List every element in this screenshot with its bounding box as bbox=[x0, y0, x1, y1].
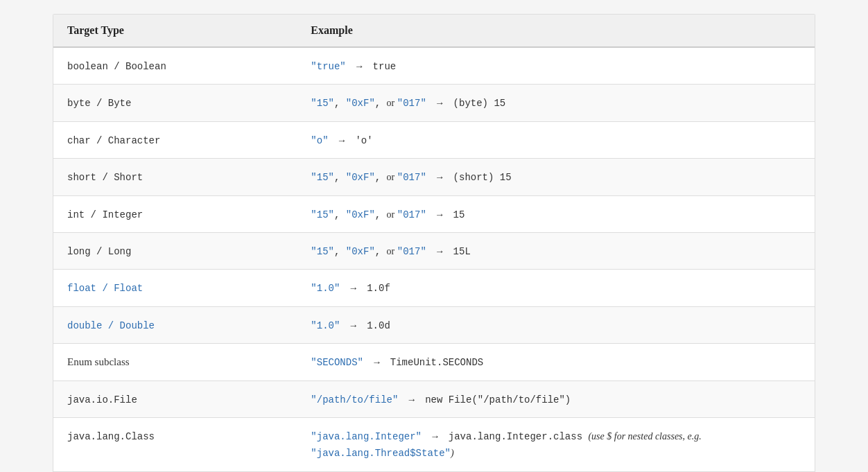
table-row: short / Short "15", "0xF", or "017" → (s… bbox=[53, 159, 815, 195]
example-content: "15", "0xF", or "017" → 15 bbox=[311, 209, 465, 220]
example-cell: "15", "0xF", or "017" → (short) 15 bbox=[297, 159, 815, 195]
type-label: java.io.File bbox=[67, 394, 137, 405]
type-cell: short / Short bbox=[53, 159, 297, 195]
type-label: long / Long bbox=[67, 246, 131, 257]
example-cell: "15", "0xF", or "017" → 15 bbox=[297, 195, 815, 232]
col-header-example: Example bbox=[297, 15, 815, 47]
type-cell: java.io.File bbox=[53, 381, 297, 417]
example-content: "1.0" → 1.0f bbox=[311, 283, 390, 294]
example-cell: "15", "0xF", or "017" → 15L bbox=[297, 232, 815, 269]
table-header-row: Target Type Example bbox=[53, 15, 815, 47]
table-row: boolean / Boolean "true" → true bbox=[53, 47, 815, 85]
example-content: "true" → true bbox=[311, 61, 396, 72]
example-cell: "o" → 'o' bbox=[297, 121, 815, 158]
example-content: "15", "0xF", or "017" → (byte) 15 bbox=[311, 98, 505, 109]
example-content: "15", "0xF", or "017" → 15L bbox=[311, 246, 470, 257]
table-row: char / Character "o" → 'o' bbox=[53, 121, 815, 158]
type-label: int / Integer bbox=[67, 209, 143, 220]
table-row: long / Long "15", "0xF", or "017" → 15L bbox=[53, 232, 815, 269]
type-cell: java.lang.Class bbox=[53, 417, 297, 471]
type-cell: double / Double bbox=[53, 306, 297, 343]
example-cell: "java.lang.Integer" → java.lang.Integer.… bbox=[297, 417, 815, 471]
table-row: java.io.File "/path/to/file" → new File(… bbox=[53, 381, 815, 417]
type-label: float / Float bbox=[67, 283, 143, 294]
type-label: char / Character bbox=[67, 135, 160, 146]
example-cell: "SECONDS" → TimeUnit.SECONDS bbox=[297, 344, 815, 381]
type-label: Enum subclass bbox=[67, 356, 130, 367]
main-table-container: Target Type Example boolean / Boolean "t… bbox=[53, 14, 815, 472]
example-cell: "true" → true bbox=[297, 47, 815, 85]
example-content: "/path/to/file" → new File("/path/to/fil… bbox=[311, 394, 571, 405]
table-row: Enum subclass "SECONDS" → TimeUnit.SECON… bbox=[53, 344, 815, 381]
type-examples-table: Target Type Example boolean / Boolean "t… bbox=[53, 15, 815, 472]
type-cell: char / Character bbox=[53, 121, 297, 158]
type-cell: byte / Byte bbox=[53, 85, 297, 121]
example-content: "15", "0xF", or "017" → (short) 15 bbox=[311, 172, 511, 183]
type-label: byte / Byte bbox=[67, 98, 131, 109]
type-label: java.lang.Class bbox=[67, 431, 155, 442]
table-row: float / Float "1.0" → 1.0f bbox=[53, 270, 815, 306]
type-label: double / Double bbox=[67, 320, 155, 331]
example-cell: "1.0" → 1.0d bbox=[297, 306, 815, 343]
example-cell: "15", "0xF", or "017" → (byte) 15 bbox=[297, 85, 815, 121]
example-cell: "1.0" → 1.0f bbox=[297, 270, 815, 306]
type-cell: int / Integer bbox=[53, 195, 297, 232]
example-content: "1.0" → 1.0d bbox=[311, 320, 390, 331]
col-header-target-type: Target Type bbox=[53, 15, 297, 47]
table-row: byte / Byte "15", "0xF", or "017" → (byt… bbox=[53, 85, 815, 121]
type-cell: float / Float bbox=[53, 270, 297, 306]
type-label: boolean / Boolean bbox=[67, 61, 166, 72]
type-label: short / Short bbox=[67, 172, 143, 183]
example-content: "o" → 'o' bbox=[311, 135, 372, 146]
type-cell: boolean / Boolean bbox=[53, 47, 297, 85]
table-row: double / Double "1.0" → 1.0d bbox=[53, 306, 815, 343]
example-content: "SECONDS" → TimeUnit.SECONDS bbox=[311, 357, 483, 368]
type-cell: long / Long bbox=[53, 232, 297, 269]
type-cell: Enum subclass bbox=[53, 344, 297, 381]
table-row: int / Integer "15", "0xF", or "017" → 15 bbox=[53, 195, 815, 232]
table-row: java.lang.Class "java.lang.Integer" → ja… bbox=[53, 417, 815, 471]
example-content: "java.lang.Integer" → java.lang.Integer.… bbox=[311, 431, 701, 459]
example-cell: "/path/to/file" → new File("/path/to/fil… bbox=[297, 381, 815, 417]
